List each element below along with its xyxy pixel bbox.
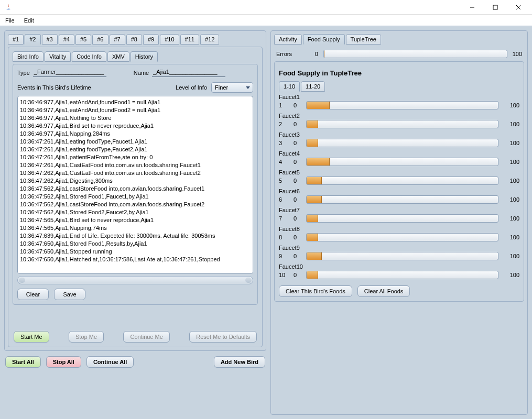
event-line: 10:36:47:262,Ajia1,CastEatFood into,com.…	[20, 169, 251, 177]
start-me-button[interactable]: Start Me	[14, 331, 49, 343]
faucet-index: 3	[279, 140, 288, 146]
clear-bird-foods-button[interactable]: Clear This Bird's Foods	[279, 285, 352, 297]
faucet-min: 0	[294, 215, 301, 222]
bird-tab-10[interactable]: #10	[160, 34, 179, 45]
event-list[interactable]: 10:36:46:977,Ajia1,eatAndAnd,foundFood1 …	[17, 96, 253, 274]
stop-all-button[interactable]: Stop All	[46, 356, 81, 368]
faucet-min: 0	[294, 121, 301, 127]
faucet-bar	[306, 158, 498, 166]
faucet-row: Faucet10100100	[279, 263, 519, 279]
info-tab-history[interactable]: History	[131, 51, 158, 62]
right-tab-row: ActivityFood SupplyTupleTree	[274, 34, 524, 45]
reset-me-button[interactable]: Reset Me to Defaults	[189, 331, 257, 343]
name-value: _Ajia1_______________	[152, 69, 225, 77]
right-panel: ActivityFood SupplyTupleTree Errors 0 10…	[270, 30, 528, 415]
save-button[interactable]: Save	[54, 289, 85, 300]
close-button[interactable]	[507, 0, 530, 15]
faucet-label: Faucet6	[279, 188, 519, 194]
bird-info-panel: Bird InfoVitalityCode InfoXMVHistory Typ…	[8, 47, 263, 347]
faucet-bar	[306, 120, 498, 128]
faucet-row: Faucet330100	[279, 131, 519, 147]
level-label: Level of Info	[176, 84, 207, 91]
minimize-button[interactable]	[461, 0, 484, 15]
faucet-max: 100	[504, 159, 519, 165]
bird-tab-3[interactable]: #3	[42, 34, 58, 45]
event-line: 10:36:47:562,Ajia1,castStoreFood into,co…	[20, 201, 251, 208]
faucet-index: 10	[279, 272, 288, 278]
event-line: 10:36:46:977,Ajia1,Napping,284ms	[20, 130, 251, 138]
add-bird-button[interactable]: Add New Bird	[214, 356, 265, 368]
bird-tab-7[interactable]: #7	[110, 34, 125, 45]
right-tab-food-supply[interactable]: Food Supply	[303, 34, 345, 45]
bird-tab-4[interactable]: #4	[59, 34, 74, 45]
event-hscroll[interactable]	[17, 276, 253, 284]
bird-tab-9[interactable]: #9	[143, 34, 159, 45]
menu-file[interactable]: File	[3, 16, 17, 25]
info-tab-xmv[interactable]: XMV	[107, 51, 129, 62]
events-label: Events in This Bird's Lifetime	[17, 84, 91, 91]
info-tab-vitality[interactable]: Vitality	[45, 51, 71, 62]
menubar: File Edit	[0, 15, 532, 26]
right-tab-tupletree[interactable]: TupleTree	[346, 34, 381, 45]
faucet-label: Faucet9	[279, 245, 519, 251]
event-line: 10:36:47:261,Ajia1,CastEatFood into,com.…	[20, 161, 251, 169]
bird-tab-11[interactable]: #11	[180, 34, 199, 45]
faucet-row: Faucet770100	[279, 207, 519, 223]
event-line: 10:36:46:977,Ajia1,Bird set to never rep…	[20, 122, 251, 130]
faucet-row: Faucet990100	[279, 245, 519, 260]
faucet-min: 0	[294, 159, 301, 165]
event-line: 10:36:47:261,Ajia1,eating foodType,Fauce…	[20, 138, 251, 146]
java-icon	[4, 3, 13, 12]
errors-max: 100	[513, 51, 522, 57]
event-line: 10:36:47:562,Ajia1,Stored Food1,Faucet1,…	[20, 193, 251, 201]
bird-tab-2[interactable]: #2	[25, 34, 40, 45]
event-line: 10:36:47:262,Ajia1,Digesting,300ms	[20, 177, 251, 185]
range-tab-1-10[interactable]: 1-10	[279, 81, 300, 92]
info-tab-bird-info[interactable]: Bird Info	[13, 51, 44, 62]
faucet-row: Faucet550100	[279, 169, 519, 185]
faucet-max: 100	[504, 253, 519, 259]
event-line: 10:36:47:650,Ajia1,Stored Food1,Results,…	[20, 240, 251, 248]
range-tab-row: 1-1011-20	[279, 81, 519, 92]
event-line: 10:36:46:977,Ajia1,eatAndAnd,foundFood2 …	[20, 106, 251, 114]
faucet-index: 7	[279, 215, 288, 222]
type-value: _Farmer_______________	[33, 69, 106, 77]
faucet-index: 5	[279, 178, 288, 184]
faucet-index: 9	[279, 253, 288, 259]
faucet-max: 100	[504, 215, 519, 222]
faucet-bar	[306, 252, 498, 260]
level-combo[interactable]: Finer	[211, 82, 253, 93]
faucet-row: Faucet220100	[279, 113, 519, 128]
event-line: 10:36:47:261,Ajia1,patientEatFromTree,at…	[20, 153, 251, 161]
faucet-max: 100	[504, 196, 519, 203]
clear-button[interactable]: Clear	[17, 289, 49, 300]
event-line: 10:36:46:977,Ajia1,eatAndAnd,foundFood1 …	[20, 98, 251, 106]
faucet-max: 100	[504, 121, 519, 127]
bird-tab-8[interactable]: #8	[126, 34, 142, 45]
continue-me-button[interactable]: Continue Me	[123, 331, 169, 343]
event-line: 10:36:47:565,Ajia1,Bird set to never rep…	[20, 216, 251, 224]
range-tab-11-20[interactable]: 11-20	[301, 81, 325, 92]
bird-tab-12[interactable]: #12	[200, 34, 219, 45]
food-supply-title: Food Supply in TupleTree	[279, 69, 519, 77]
info-tab-code-info[interactable]: Code Info	[72, 51, 106, 62]
menu-edit[interactable]: Edit	[22, 16, 36, 25]
right-tab-activity[interactable]: Activity	[274, 34, 302, 45]
bird-tabs-panel: #1#2#3#4#5#6#7#8#9#10#11#12 Bird InfoVit…	[4, 30, 266, 351]
continue-all-button[interactable]: Continue All	[86, 356, 134, 368]
bird-tab-1[interactable]: #1	[8, 34, 24, 45]
event-line: 10:36:47:650,Ajia1,Stopped running	[20, 248, 251, 256]
faucet-max: 100	[504, 178, 519, 184]
bird-tab-5[interactable]: #5	[75, 34, 91, 45]
faucet-bar	[306, 233, 498, 241]
clear-all-foods-button[interactable]: Clear All Foods	[357, 285, 410, 297]
start-all-button[interactable]: Start All	[5, 356, 41, 368]
info-tab-row: Bird InfoVitalityCode InfoXMVHistory	[13, 51, 258, 62]
bird-tab-6[interactable]: #6	[92, 34, 108, 45]
stop-me-button[interactable]: Stop Me	[69, 331, 104, 343]
event-line: 10:36:47:562,Ajia1,castStoreFood into,co…	[20, 185, 251, 193]
maximize-button[interactable]	[484, 0, 507, 15]
errors-min: 0	[297, 51, 318, 57]
type-label: Type	[17, 70, 30, 76]
faucet-label: Faucet4	[279, 150, 519, 157]
